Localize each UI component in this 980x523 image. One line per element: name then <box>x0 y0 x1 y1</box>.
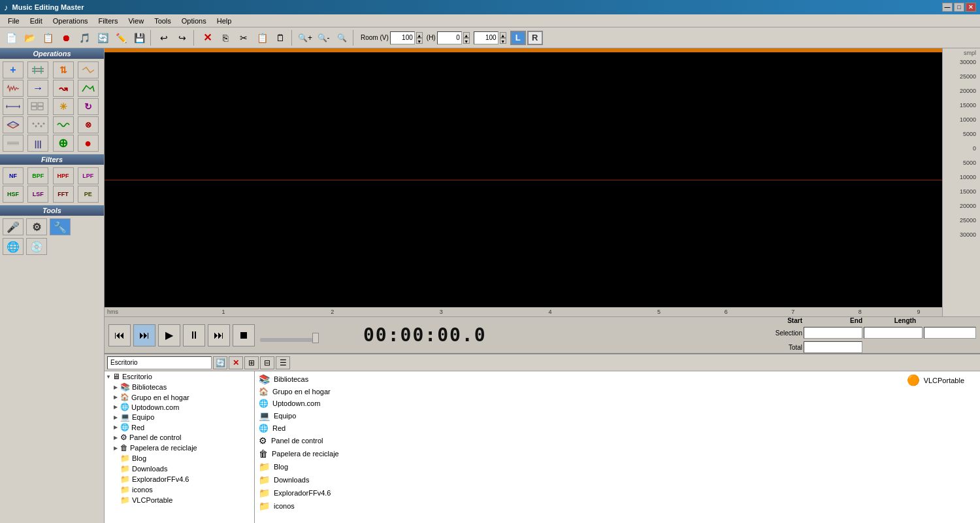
op-plus[interactable]: ⊕ <box>53 135 74 152</box>
tree-uptodown[interactable]: ▶ 🌐 Uptodown.com <box>105 402 254 412</box>
tree-red[interactable]: ▶ 🌐 Red <box>105 422 254 432</box>
transport-skip[interactable]: ⏭ <box>133 324 155 346</box>
tb-save[interactable]: 💾 <box>131 29 148 46</box>
file-downloads[interactable]: 📁 Downloads <box>256 473 979 486</box>
tb-import[interactable]: 🎵 <box>76 29 93 46</box>
selection-length-input[interactable] <box>924 327 976 339</box>
file-explorador[interactable]: 📁 ExploradorFFv4.6 <box>256 486 979 499</box>
tree-explorador[interactable]: 📁 ExploradorFFv4.6 <box>105 474 254 484</box>
menu-help[interactable]: Help <box>212 16 237 26</box>
filter-lsf[interactable]: LSF <box>27 186 48 203</box>
menu-view[interactable]: View <box>123 16 149 26</box>
op-grid[interactable] <box>27 98 48 115</box>
filter-nf[interactable]: NF <box>3 167 24 184</box>
tb-zoom-sel[interactable]: 🔍 <box>333 29 350 46</box>
menu-edit[interactable]: Edit <box>25 16 48 26</box>
tree-iconos[interactable]: 📁 iconos <box>105 484 254 495</box>
file-papelera[interactable]: 🗑 Papelera de reciclaje <box>256 447 979 460</box>
tree-blog[interactable]: 📁 Blog <box>105 453 254 464</box>
tb-batch[interactable]: 📋 <box>39 29 56 46</box>
room-pct-up[interactable]: ▲ <box>500 32 506 38</box>
room-v-up[interactable]: ▲ <box>416 32 423 38</box>
transport-stop[interactable]: ⏹ <box>233 324 255 346</box>
tool-wrench[interactable]: 🔧 <box>50 218 71 235</box>
tb-loop[interactable]: 🔄 <box>94 29 111 46</box>
tool-settings[interactable]: ⚙ <box>26 218 47 235</box>
fb-list-button[interactable]: ☰ <box>276 356 290 369</box>
fb-refresh-button[interactable]: 🔄 <box>213 356 227 369</box>
tb-zoom-out[interactable]: 🔍- <box>315 29 332 46</box>
tb-open[interactable]: 📂 <box>21 29 38 46</box>
waveform-top-half[interactable] <box>105 52 942 180</box>
file-red[interactable]: 🌐 Red <box>256 422 979 434</box>
menu-tools[interactable]: Tools <box>149 16 176 26</box>
tree-escritorio[interactable]: ▼ 🖥 Escritorio <box>105 371 254 382</box>
room-pct-down[interactable]: ▼ <box>500 38 506 44</box>
op-dots[interactable] <box>27 116 48 133</box>
transport-slider-track[interactable] <box>260 338 319 342</box>
tool-mic[interactable]: 🎤 <box>3 218 24 235</box>
tb-undo[interactable]: ↩ <box>155 29 172 46</box>
transport-slider-container[interactable] <box>260 329 319 342</box>
tree-downloads[interactable]: 📁 Downloads <box>105 464 254 474</box>
tb-record[interactable]: ⏺ <box>57 29 74 46</box>
transport-rewind[interactable]: ⏮ <box>108 324 131 346</box>
room-h-arrows[interactable]: ▲ ▼ <box>463 32 470 44</box>
file-blog[interactable]: 📁 Blog <box>256 460 979 473</box>
menu-operations[interactable]: Operations <box>48 16 93 26</box>
filter-fft[interactable]: FFT <box>53 186 74 203</box>
menu-filters[interactable]: Filters <box>93 16 123 26</box>
selection-start-input[interactable] <box>804 327 862 339</box>
op-arrow1[interactable]: → <box>27 80 48 97</box>
tb-zoom-in[interactable]: 🔍+ <box>297 29 314 46</box>
tb-copy[interactable]: ⎘ <box>217 29 234 46</box>
transport-play[interactable]: ▶ <box>158 324 180 346</box>
tb-paste1[interactable]: 📋 <box>253 29 270 46</box>
filter-pe[interactable]: PE <box>78 186 99 203</box>
tree-bibliotecas[interactable]: ▶ 📚 Bibliotecas <box>105 382 254 392</box>
file-grupo[interactable]: 🏠 Grupo en el hogar <box>256 386 979 397</box>
file-equipo[interactable]: 💻 Equipo <box>256 409 979 422</box>
op-stretch[interactable] <box>3 98 24 115</box>
transport-pause[interactable]: ⏸ <box>183 324 205 346</box>
tb-cut[interactable]: ✂ <box>235 29 252 46</box>
op-eq[interactable] <box>3 135 24 152</box>
filter-hpf[interactable]: HPF <box>53 167 74 184</box>
op-fade[interactable]: ⇅ <box>53 61 74 78</box>
tree-panel[interactable]: ▶ ⚙ Panel de control <box>105 432 254 443</box>
selection-end-input[interactable] <box>864 327 923 339</box>
file-bibliotecas[interactable]: 📚 Bibliotecas <box>256 373 979 386</box>
op-flip[interactable] <box>3 116 24 133</box>
menu-file[interactable]: File <box>3 16 25 26</box>
filter-lpf[interactable]: LPF <box>78 167 99 184</box>
file-iconos[interactable]: 📁 iconos <box>256 499 979 513</box>
tb-redo[interactable]: ↪ <box>174 29 191 46</box>
right-channel-button[interactable]: R <box>527 31 543 45</box>
tb-delete[interactable]: ✕ <box>199 29 216 46</box>
tool-disk[interactable]: 💿 <box>26 238 47 255</box>
tree-grupo[interactable]: ▶ 🏠 Grupo en el hogar <box>105 392 254 402</box>
op-circle[interactable]: ↻ <box>78 98 99 115</box>
tool-globe[interactable]: 🌐 <box>3 238 24 255</box>
op-amplify[interactable] <box>78 61 99 78</box>
room-h-down[interactable]: ▼ <box>463 38 470 44</box>
waveform-bottom-half[interactable] <box>105 180 942 308</box>
room-h-up[interactable]: ▲ <box>463 32 470 38</box>
filter-bpf[interactable]: BPF <box>27 167 48 184</box>
room-v-down[interactable]: ▼ <box>416 38 423 44</box>
op-dc-offset[interactable]: + <box>3 61 24 78</box>
filter-hsf[interactable]: HSF <box>3 186 24 203</box>
tree-equipo[interactable]: ▶ 💻 Equipo <box>105 412 254 422</box>
restore-button[interactable]: □ <box>954 3 964 12</box>
tb-edit[interactable]: ✏️ <box>112 29 129 46</box>
op-|||[interactable]: ||| <box>27 135 48 152</box>
op-star[interactable]: ✳ <box>53 98 74 115</box>
op-special[interactable]: ⊗ <box>78 116 99 133</box>
op-noise[interactable] <box>3 80 24 97</box>
file-panel[interactable]: ⚙ Panel de control <box>256 434 979 447</box>
fb-close-button[interactable]: ✕ <box>229 356 243 369</box>
transport-slider-thumb[interactable] <box>312 333 319 343</box>
fb-small-icons-button[interactable]: ⊟ <box>260 356 274 369</box>
tb-paste2[interactable]: 🗒 <box>272 29 289 46</box>
file-vlcportable[interactable]: 🟠 VLCPortable <box>904 373 967 388</box>
